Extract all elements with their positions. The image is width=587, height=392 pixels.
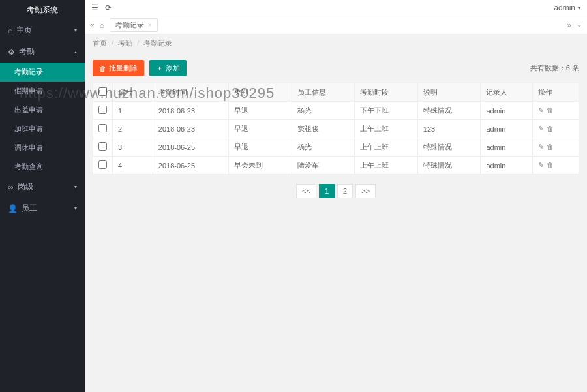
tabs-next-icon[interactable]: » xyxy=(567,21,571,30)
sidebar-sub-compoff[interactable]: 调休申请 xyxy=(0,138,85,157)
cell-ops: ✎🗑 xyxy=(532,120,579,138)
sidebar-item-label: 岗级 xyxy=(18,181,33,192)
col-rec: 记录人 xyxy=(481,83,532,102)
crumb-home[interactable]: 首页 xyxy=(93,39,107,47)
chevron-down-icon: ▾ xyxy=(74,27,77,33)
check-all[interactable] xyxy=(98,87,107,96)
pager-page-2[interactable]: 2 xyxy=(337,184,353,198)
sidebar-item-home[interactable]: ⌂ 主页 ▾ xyxy=(0,20,85,41)
table-row: 12018-06-23早退杨光下午下班特殊情况admin✎🗑 xyxy=(93,102,579,120)
toolbar: 🗑 批量删除 ＋ 添加 共有数据：6 条 xyxy=(93,60,579,76)
tabs-prev-icon[interactable]: « xyxy=(90,21,95,30)
cell-emp: 陆爱军 xyxy=(292,157,355,175)
col-period: 考勤时段 xyxy=(355,83,418,102)
col-ops: 操作 xyxy=(532,83,579,102)
link-icon: ∞ xyxy=(8,183,14,192)
cell-type: 早退 xyxy=(228,102,292,120)
pager: << 1 2 >> xyxy=(93,184,579,198)
cell-date: 2018-06-25 xyxy=(153,157,228,175)
main: ☰ ⟳ admin ▾ « ⌂ 考勤记录 × » ⌄ 首页 / 考勤 / 考勤记 xyxy=(85,0,587,392)
sidebar-sub-query[interactable]: 考勤查询 xyxy=(0,157,85,176)
tab-home-icon[interactable]: ⌂ xyxy=(100,21,104,30)
cell-emp: 窦祖俊 xyxy=(292,120,355,138)
cell-ops: ✎🗑 xyxy=(532,102,579,120)
cell-ops: ✎🗑 xyxy=(532,157,579,175)
cell-note: 123 xyxy=(417,120,481,138)
sidebar-item-label: 考勤 xyxy=(19,46,35,57)
cell-period: 上午上班 xyxy=(355,138,418,157)
cell-type: 早退 xyxy=(228,120,292,138)
row-check[interactable] xyxy=(98,106,107,114)
pager-page-1[interactable]: 1 xyxy=(319,184,335,198)
tabs-more-icon[interactable]: ⌄ xyxy=(577,21,582,30)
cell-rec: admin xyxy=(481,120,532,138)
edit-icon[interactable]: ✎ xyxy=(538,143,544,151)
cell-period: 上午上班 xyxy=(355,120,418,138)
edit-icon[interactable]: ✎ xyxy=(538,106,544,114)
tabbar: « ⌂ 考勤记录 × » ⌄ xyxy=(85,16,587,35)
table-row: 42018-06-25早会未到陆爱军上午上班特殊情况admin✎🗑 xyxy=(93,157,579,175)
cell-period: 上午上班 xyxy=(355,157,418,175)
batch-delete-button[interactable]: 🗑 批量删除 xyxy=(93,60,144,76)
sidebar-item-label: 员工 xyxy=(22,203,37,214)
cell-no: 3 xyxy=(113,138,153,157)
row-check[interactable] xyxy=(98,160,107,169)
content: 🗑 批量删除 ＋ 添加 共有数据：6 条 编号 考勤时间 类 xyxy=(85,52,587,392)
edit-icon[interactable]: ✎ xyxy=(538,125,544,132)
col-no: 编号 xyxy=(113,83,153,102)
chevron-up-icon: ▴ xyxy=(74,49,77,55)
table-row: 22018-06-23早退窦祖俊上午上班123admin✎🗑 xyxy=(93,120,579,138)
edit-icon[interactable]: ✎ xyxy=(538,161,544,169)
sidebar-sub-record[interactable]: 考勤记录 xyxy=(0,63,85,82)
refresh-icon[interactable]: ⟳ xyxy=(105,3,112,12)
delete-icon[interactable]: 🗑 xyxy=(547,143,554,151)
menu-toggle-icon[interactable]: ☰ xyxy=(91,3,98,12)
cell-period: 下午下班 xyxy=(355,102,418,120)
crumb-current: 考勤记录 xyxy=(143,39,172,47)
sidebar-item-attendance[interactable]: ⚙ 考勤 ▴ xyxy=(0,41,85,63)
close-icon[interactable]: × xyxy=(148,22,152,29)
sidebar-sub-leave[interactable]: 假期申请 xyxy=(0,82,85,100)
add-button[interactable]: ＋ 添加 xyxy=(149,60,187,76)
row-check[interactable] xyxy=(98,124,107,132)
cell-rec: admin xyxy=(481,102,532,120)
cell-ops: ✎🗑 xyxy=(532,138,579,157)
sidebar-sub-trip[interactable]: 出差申请 xyxy=(0,100,85,119)
pager-prev[interactable]: << xyxy=(296,184,316,198)
breadcrumb: 首页 / 考勤 / 考勤记录 xyxy=(85,35,587,52)
data-table: 编号 考勤时间 类别 员工信息 考勤时段 说明 记录人 操作 12018-06-… xyxy=(93,83,579,175)
cell-note: 特殊情况 xyxy=(417,102,481,120)
col-date: 考勤时间 xyxy=(153,83,228,102)
app-title: 考勤系统 xyxy=(0,0,85,20)
cell-note: 特殊情况 xyxy=(417,157,481,175)
total-count: 共有数据：6 条 xyxy=(530,63,579,73)
delete-icon[interactable]: 🗑 xyxy=(547,161,554,169)
cell-emp: 杨光 xyxy=(292,138,355,157)
delete-icon[interactable]: 🗑 xyxy=(547,125,554,132)
user-name[interactable]: admin xyxy=(554,3,575,12)
cell-rec: admin xyxy=(481,157,532,175)
tab-attendance-record[interactable]: 考勤记录 × xyxy=(110,18,158,32)
table-header-row: 编号 考勤时间 类别 员工信息 考勤时段 说明 记录人 操作 xyxy=(93,83,579,102)
sidebar-item-label: 主页 xyxy=(16,25,32,36)
row-check[interactable] xyxy=(98,142,107,151)
chevron-down-icon: ▾ xyxy=(74,205,77,211)
sidebar-sub-overtime[interactable]: 加班申请 xyxy=(0,119,85,138)
cell-date: 2018-06-25 xyxy=(153,138,228,157)
col-emp: 员工信息 xyxy=(292,83,355,102)
cell-date: 2018-06-23 xyxy=(153,120,228,138)
cell-emp: 杨光 xyxy=(292,102,355,120)
cell-no: 4 xyxy=(113,157,153,175)
col-type: 类别 xyxy=(228,83,292,102)
table-row: 32018-06-25早退杨光上午上班特殊情况admin✎🗑 xyxy=(93,138,579,157)
chevron-down-icon: ▾ xyxy=(74,184,77,190)
sidebar: 考勤系统 ⌂ 主页 ▾ ⚙ 考勤 ▴ 考勤记录 假期申请 出差申请 加班申请 调… xyxy=(0,0,85,392)
cell-no: 2 xyxy=(113,120,153,138)
sidebar-item-grade[interactable]: ∞ 岗级 ▾ xyxy=(0,176,85,198)
crumb-attendance[interactable]: 考勤 xyxy=(118,39,132,47)
gear-icon: ⚙ xyxy=(8,48,15,57)
sidebar-item-staff[interactable]: 👤 员工 ▾ xyxy=(0,198,85,219)
pager-next[interactable]: >> xyxy=(355,184,376,198)
cell-type: 早会未到 xyxy=(228,157,292,175)
delete-icon[interactable]: 🗑 xyxy=(547,106,554,114)
